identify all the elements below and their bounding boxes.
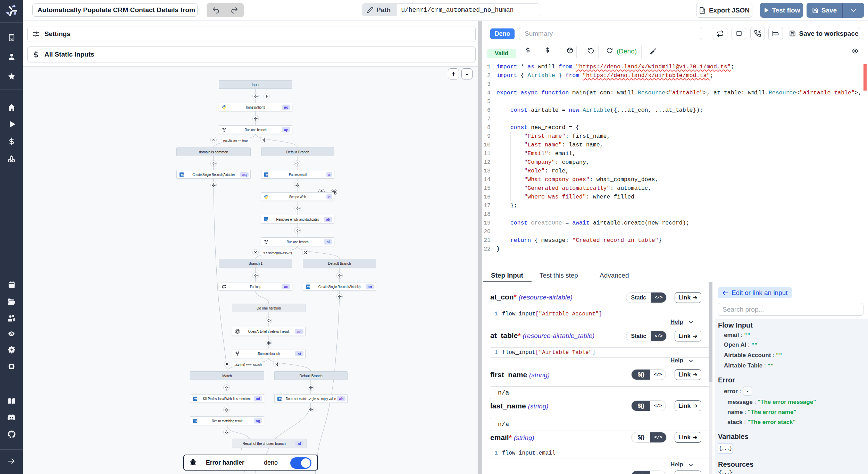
svg-text:TS: TS: [194, 398, 197, 400]
svg-text:TS: TS: [279, 398, 282, 400]
svg-text:TS: TS: [181, 174, 184, 176]
svg-text:TS: TS: [266, 174, 268, 176]
svg-text:TS: TS: [194, 420, 197, 423]
svg-text:TS: TS: [307, 286, 310, 288]
svg-text:TS: TS: [265, 219, 268, 221]
